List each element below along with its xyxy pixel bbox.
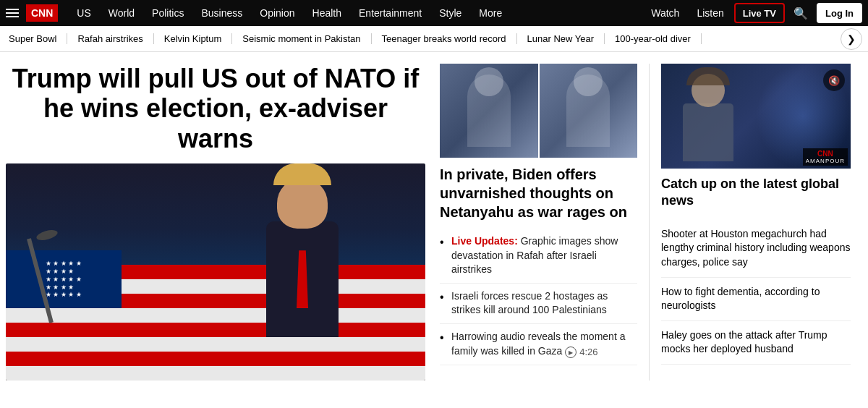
duration-text: 4:26	[579, 346, 597, 359]
right-story-0[interactable]: Shooter at Houston megachurch had length…	[661, 220, 851, 278]
ticker-item-6[interactable]: 100-year-old diver	[605, 33, 702, 44]
nav-links: US World Politics Business Opinion Healt…	[68, 0, 644, 26]
hero-image: ★ ★ ★ ★ ★★ ★ ★ ★★ ★ ★ ★ ★★ ★ ★ ★★ ★ ★ ★ …	[6, 163, 425, 381]
ticker-item-4[interactable]: Teenager breaks world record	[372, 33, 517, 44]
bullet-item-0[interactable]: Live Updates: Graphic images show devast…	[440, 229, 637, 284]
story-images	[440, 64, 637, 158]
listen-link[interactable]: Listen	[689, 0, 731, 26]
video-thumbnail[interactable]: 🔇 CNN AMANPOUR	[661, 64, 851, 169]
video-duration: ▶ 4:26	[565, 346, 597, 359]
bullet-item-1[interactable]: Israeli forces rescue 2 hostages as stri…	[440, 284, 637, 324]
cnn-logo[interactable]: CNN	[26, 4, 58, 22]
anchor-figure	[676, 75, 741, 161]
netanyahu-head	[475, 67, 503, 96]
nav-link-world[interactable]: World	[100, 0, 143, 26]
ticker-item-2[interactable]: Kelvin Kiptum	[154, 33, 232, 44]
nav-link-more[interactable]: More	[470, 0, 511, 26]
top-navigation: CNN US World Politics Business Opinion H…	[0, 0, 868, 26]
ticker-items: Super Bowl Rafah airstrikes Kelvin Kiptu…	[6, 33, 841, 44]
ticker-next-button[interactable]: ❯	[841, 28, 862, 50]
flag-stripe-7	[6, 352, 425, 366]
login-button[interactable]: Log In	[817, 3, 862, 23]
nav-link-health[interactable]: Health	[304, 0, 350, 26]
watch-link[interactable]: Watch	[644, 0, 686, 26]
mute-icon[interactable]: 🔇	[823, 69, 845, 91]
biden-image	[540, 64, 638, 158]
hamburger-menu[interactable]	[6, 9, 19, 17]
ticker-item-3[interactable]: Seismic moment in Pakistan	[232, 33, 371, 44]
biden-placeholder	[566, 75, 610, 147]
flag-canton: ★ ★ ★ ★ ★★ ★ ★ ★★ ★ ★ ★ ★★ ★ ★ ★★ ★ ★ ★ …	[6, 250, 122, 308]
bullet-text-1: Israeli forces rescue 2 hostages as stri…	[451, 290, 608, 316]
middle-column: In private, Biden offers unvarnished tho…	[440, 64, 650, 381]
flag-stripe-8	[6, 366, 425, 381]
flag-stripe-6	[6, 337, 425, 352]
cnn-amanpour-badge: CNN AMANPOUR	[803, 148, 848, 166]
cnn-badge: CNN	[817, 150, 833, 158]
biden-head	[574, 67, 603, 96]
nav-link-politics[interactable]: Politics	[143, 0, 192, 26]
bullet-list: Live Updates: Graphic images show devast…	[440, 229, 637, 365]
nav-link-us[interactable]: US	[68, 0, 99, 26]
mic-head	[35, 228, 59, 242]
left-column: Trump will pull US out of NATO if he win…	[6, 64, 440, 381]
right-story-1[interactable]: How to fight dementia, according to neur…	[661, 278, 851, 321]
netanyahu-image	[440, 64, 538, 158]
right-story-2[interactable]: Haley goes on the attack after Trump moc…	[661, 321, 851, 365]
amanpour-badge: AMANPOUR	[806, 158, 845, 164]
netanyahu-placeholder	[467, 75, 511, 147]
main-headline[interactable]: Trump will pull US out of NATO if he win…	[6, 64, 425, 153]
nav-link-opinion[interactable]: Opinion	[251, 0, 303, 26]
news-ticker: Super Bowl Rafah airstrikes Kelvin Kiptu…	[0, 26, 868, 52]
live-updates-label: Live Updates:	[451, 235, 518, 247]
search-button[interactable]: 🔍	[788, 0, 814, 26]
nav-right: Watch Listen Live TV 🔍 Log In	[644, 0, 862, 26]
nav-link-style[interactable]: Style	[430, 0, 470, 26]
right-video-headline[interactable]: Catch up on the latest global news	[661, 176, 851, 210]
ticker-item-5[interactable]: Lunar New Year	[517, 33, 605, 44]
right-column: 🔇 CNN AMANPOUR Catch up on the latest gl…	[650, 64, 851, 381]
nav-link-entertainment[interactable]: Entertainment	[350, 0, 430, 26]
main-content: Trump will pull US out of NATO if he win…	[0, 52, 868, 381]
flag-bg: ★ ★ ★ ★ ★★ ★ ★ ★★ ★ ★ ★ ★★ ★ ★ ★★ ★ ★ ★ …	[6, 265, 425, 381]
bullet-item-2[interactable]: Harrowing audio reveals the moment a fam…	[440, 324, 637, 365]
bullet-text-2: Harrowing audio reveals the moment a fam…	[451, 331, 625, 357]
flag-stripe-4	[6, 308, 425, 323]
nav-link-business[interactable]: Business	[192, 0, 251, 26]
ticker-item-1[interactable]: Rafah airstrikes	[67, 33, 153, 44]
flag-stripe-5	[6, 323, 425, 337]
live-tv-button[interactable]: Live TV	[734, 3, 785, 23]
ticker-item-0[interactable]: Super Bowl	[6, 33, 67, 44]
mid-headline[interactable]: In private, Biden offers unvarnished tho…	[440, 165, 637, 221]
play-icon: ▶	[565, 347, 576, 358]
trump-silhouette	[252, 178, 353, 337]
